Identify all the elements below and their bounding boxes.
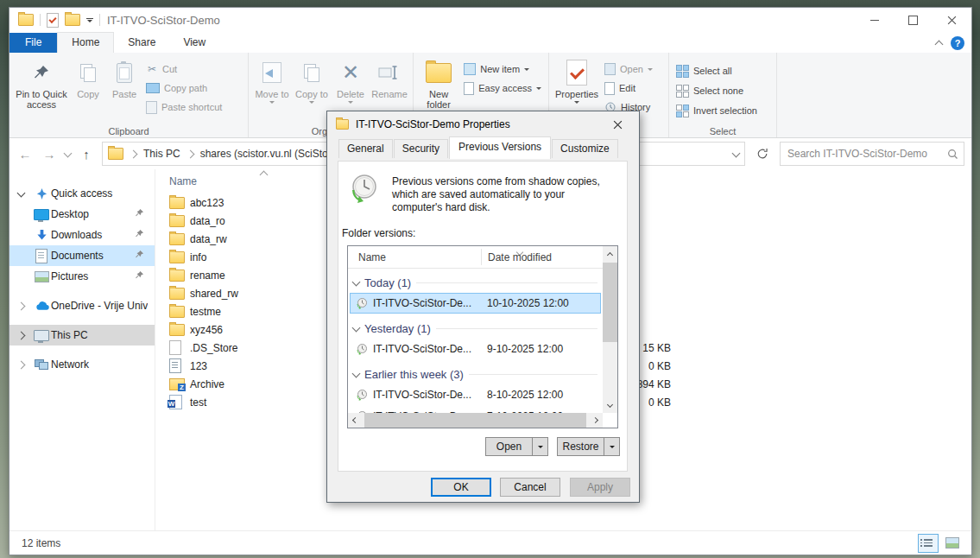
chevron-down-icon (348, 101, 353, 104)
column-name[interactable]: Name (348, 251, 481, 263)
sidebar-item-documents[interactable]: Documents (9, 245, 155, 266)
address-dropdown-icon[interactable] (732, 149, 741, 157)
cut-button[interactable]: ✂ Cut (142, 60, 225, 78)
qat-customize-icon[interactable] (86, 18, 93, 22)
ribbon-tab-strip: File Home Share View ? (9, 32, 971, 53)
properties-qat-icon[interactable] (47, 13, 59, 28)
breadcrumb-this-pc[interactable]: This PC (143, 148, 180, 160)
copy-button[interactable]: Copy (70, 55, 106, 99)
open-dropdown-icon[interactable] (532, 438, 547, 455)
cancel-button[interactable]: Cancel (500, 478, 560, 497)
quick-access-toolbar (9, 13, 100, 28)
refresh-icon[interactable] (752, 143, 773, 165)
search-box[interactable] (780, 142, 964, 166)
tab-previous-versions[interactable]: Previous Versions (449, 136, 551, 159)
copy-to-button[interactable]: Copy to (292, 55, 332, 104)
new-folder-qat-icon[interactable] (65, 14, 80, 26)
copy-path-button[interactable]: Copy path (142, 79, 225, 97)
sidebar-item-this-pc[interactable]: This PC (9, 325, 155, 346)
tab-share[interactable]: Share (114, 33, 169, 53)
tab-home[interactable]: Home (57, 32, 114, 53)
delete-button[interactable]: ✕ Delete (332, 55, 370, 104)
group-collapse-icon[interactable] (352, 369, 361, 377)
select-all-button[interactable]: Select all (673, 62, 761, 79)
scroll-right-icon[interactable] (592, 417, 598, 423)
tab-general[interactable]: General (338, 139, 393, 158)
group-collapse-icon[interactable] (352, 323, 361, 332)
sidebar-item-network[interactable]: Network (9, 354, 155, 375)
tab-security[interactable]: Security (394, 139, 448, 158)
scroll-up-icon[interactable] (607, 251, 613, 257)
column-date-modified[interactable]: Date modified (481, 251, 552, 263)
select-none-icon (676, 85, 689, 98)
scroll-left-icon[interactable] (352, 417, 358, 423)
previous-versions-info: Previous versions come from shadow copie… (392, 172, 610, 214)
restore-dropdown-icon[interactable] (604, 438, 619, 455)
new-item-button[interactable]: New item (460, 60, 545, 78)
back-icon[interactable]: ← (16, 147, 34, 162)
ok-button[interactable]: OK (431, 478, 491, 497)
move-to-button[interactable]: Move to (252, 55, 292, 104)
dialog-title: IT-ITVO-SciStor-Demo Properties (356, 118, 510, 130)
sidebar-item-downloads[interactable]: Downloads (9, 225, 155, 245)
group-yesterday[interactable]: Yesterday (1) (348, 319, 603, 338)
open-version-button[interactable]: Open (485, 437, 548, 456)
expander-icon[interactable] (16, 360, 25, 369)
scrollbar-thumb[interactable] (364, 413, 586, 428)
thumbnail-view-button[interactable] (942, 534, 963, 553)
invert-selection-button[interactable]: Invert selection (673, 102, 761, 119)
paste-shortcut-button[interactable]: Paste shortcut (142, 98, 225, 116)
scrollbar-thumb[interactable] (603, 263, 617, 342)
sidebar-item-pictures[interactable]: Pictures (9, 266, 155, 287)
up-icon[interactable]: ↑ (78, 147, 95, 162)
version-row[interactable]: IT-ITVO-SciStor-De... 9-10-2025 12:00 (350, 339, 601, 359)
version-row[interactable]: IT-ITVO-SciStor-De... 7-10-2025 12:00 (350, 406, 601, 413)
folder-icon (169, 306, 185, 318)
sidebar-item-quick-access[interactable]: Quick access (9, 183, 155, 204)
pin-to-quick-access-button[interactable]: Pin to Quick access (13, 55, 70, 110)
expander-icon[interactable] (16, 188, 25, 197)
sidebar-item-onedrive[interactable]: OneDrive - Vrije Univ (9, 295, 155, 316)
minimize-button[interactable] (855, 8, 894, 32)
tab-file[interactable]: File (9, 33, 57, 53)
expander-icon[interactable] (16, 301, 25, 310)
search-input[interactable] (786, 147, 947, 161)
collapse-ribbon-icon[interactable] (935, 41, 944, 49)
easy-access-button[interactable]: Easy access (460, 79, 545, 97)
this-pc-icon (32, 330, 51, 341)
scroll-down-icon[interactable] (607, 402, 613, 408)
versions-columns: Name Date modified (348, 246, 617, 269)
version-row[interactable]: IT-ITVO-SciStor-De... 8-10-2025 12:00 (350, 384, 601, 405)
details-view-button[interactable] (918, 534, 939, 553)
select-none-button[interactable]: Select none (673, 82, 761, 99)
version-row[interactable]: IT-ITVO-SciStor-De... 10-10-2025 12:00 (350, 293, 601, 314)
tab-customize[interactable]: Customize (552, 139, 618, 158)
rename-button[interactable]: Rename (370, 55, 409, 99)
close-button[interactable] (933, 8, 971, 32)
chevron-down-icon (524, 68, 529, 71)
expander-icon[interactable] (16, 331, 25, 339)
group-collapse-icon[interactable] (352, 277, 361, 286)
vertical-scrollbar[interactable] (603, 246, 617, 413)
new-folder-button[interactable]: New folder (417, 55, 460, 110)
maximize-button[interactable] (894, 8, 933, 32)
desktop-icon (32, 209, 51, 220)
breadcrumb-shares[interactable]: shares (scistor.vu.nl (SciStor)) (200, 148, 338, 160)
dialog-close-icon[interactable] (604, 114, 630, 135)
group-earlier-this-week[interactable]: Earlier this week (3) (348, 365, 603, 384)
edit-button[interactable]: Edit (601, 79, 656, 97)
group-today[interactable]: Today (1) (348, 273, 603, 292)
apply-button[interactable]: Apply (570, 478, 630, 497)
paste-button[interactable]: Paste (106, 55, 142, 99)
forward-icon[interactable]: → (41, 147, 58, 162)
chevron-down-icon (269, 101, 275, 104)
horizontal-scrollbar[interactable] (348, 413, 603, 428)
recent-locations-icon[interactable] (64, 149, 73, 157)
sidebar-item-desktop[interactable]: Desktop (9, 204, 155, 225)
open-button[interactable]: Open (601, 60, 656, 78)
properties-button[interactable]: Properties (553, 55, 601, 104)
tab-view[interactable]: View (169, 33, 219, 53)
restore-version-button[interactable]: Restore (557, 437, 620, 456)
help-icon[interactable]: ? (951, 36, 964, 50)
separator (40, 14, 41, 26)
